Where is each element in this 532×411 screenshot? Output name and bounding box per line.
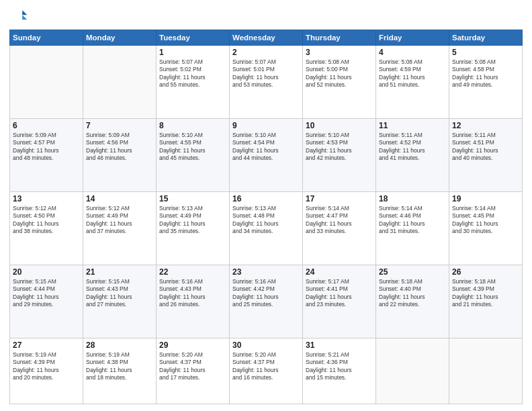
cell-daylight-info: Sunrise: 5:14 AM Sunset: 4:46 PM Dayligh… [379, 205, 446, 236]
logo [9, 7, 31, 26]
cell-daylight-info: Sunrise: 5:11 AM Sunset: 4:52 PM Dayligh… [379, 132, 446, 163]
day-number: 25 [379, 267, 446, 277]
day-number: 22 [159, 267, 226, 277]
cell-daylight-info: Sunrise: 5:14 AM Sunset: 4:45 PM Dayligh… [452, 205, 519, 236]
day-number: 30 [232, 340, 300, 350]
day-number: 31 [306, 340, 373, 350]
calendar-cell: 19Sunrise: 5:14 AM Sunset: 4:45 PM Dayli… [449, 191, 523, 265]
cell-daylight-info: Sunrise: 5:10 AM Sunset: 4:53 PM Dayligh… [306, 132, 373, 163]
calendar-cell: 2Sunrise: 5:07 AM Sunset: 5:01 PM Daylig… [230, 46, 303, 119]
calendar-cell [449, 338, 523, 404]
calendar-cell: 7Sunrise: 5:09 AM Sunset: 4:56 PM Daylig… [83, 118, 157, 191]
cell-daylight-info: Sunrise: 5:21 AM Sunset: 4:36 PM Dayligh… [306, 351, 373, 382]
day-number: 28 [86, 340, 153, 350]
day-number: 27 [13, 340, 80, 350]
cell-daylight-info: Sunrise: 5:13 AM Sunset: 4:48 PM Dayligh… [232, 205, 300, 236]
cell-daylight-info: Sunrise: 5:20 AM Sunset: 4:37 PM Dayligh… [159, 351, 226, 382]
calendar-cell: 30Sunrise: 5:20 AM Sunset: 4:37 PM Dayli… [230, 338, 303, 404]
calendar-cell: 20Sunrise: 5:15 AM Sunset: 4:44 PM Dayli… [10, 265, 83, 338]
cell-daylight-info: Sunrise: 5:09 AM Sunset: 4:56 PM Dayligh… [86, 132, 153, 163]
day-number: 10 [306, 121, 373, 130]
calendar-cell: 18Sunrise: 5:14 AM Sunset: 4:46 PM Dayli… [376, 191, 449, 265]
calendar-cell: 10Sunrise: 5:10 AM Sunset: 4:53 PM Dayli… [303, 118, 376, 191]
calendar-cell: 23Sunrise: 5:16 AM Sunset: 4:42 PM Dayli… [230, 265, 303, 338]
calendar-week-row: 13Sunrise: 5:12 AM Sunset: 4:50 PM Dayli… [10, 191, 523, 265]
day-header: Sunday [10, 30, 83, 46]
calendar-week-row: 20Sunrise: 5:15 AM Sunset: 4:44 PM Dayli… [10, 265, 523, 338]
day-number: 19 [452, 194, 519, 203]
svg-marker-1 [22, 15, 27, 19]
cell-daylight-info: Sunrise: 5:20 AM Sunset: 4:37 PM Dayligh… [232, 351, 300, 382]
day-number: 3 [306, 48, 373, 57]
cell-daylight-info: Sunrise: 5:13 AM Sunset: 4:49 PM Dayligh… [159, 205, 226, 236]
calendar-cell: 6Sunrise: 5:09 AM Sunset: 4:57 PM Daylig… [10, 118, 83, 191]
calendar-cell: 25Sunrise: 5:18 AM Sunset: 4:40 PM Dayli… [376, 265, 449, 338]
calendar-week-row: 6Sunrise: 5:09 AM Sunset: 4:57 PM Daylig… [10, 118, 523, 191]
day-number: 7 [86, 121, 153, 130]
cell-daylight-info: Sunrise: 5:14 AM Sunset: 4:47 PM Dayligh… [306, 205, 373, 236]
cell-daylight-info: Sunrise: 5:16 AM Sunset: 4:42 PM Dayligh… [232, 278, 300, 309]
day-number: 5 [452, 48, 519, 57]
calendar-cell: 27Sunrise: 5:19 AM Sunset: 4:39 PM Dayli… [10, 338, 83, 404]
cell-daylight-info: Sunrise: 5:08 AM Sunset: 4:58 PM Dayligh… [452, 58, 519, 89]
cell-daylight-info: Sunrise: 5:18 AM Sunset: 4:40 PM Dayligh… [379, 278, 446, 309]
svg-marker-0 [22, 10, 27, 15]
day-header: Friday [376, 30, 449, 46]
cell-daylight-info: Sunrise: 5:18 AM Sunset: 4:39 PM Dayligh… [452, 278, 519, 309]
cell-daylight-info: Sunrise: 5:15 AM Sunset: 4:43 PM Dayligh… [86, 278, 153, 309]
calendar-cell: 13Sunrise: 5:12 AM Sunset: 4:50 PM Dayli… [10, 191, 83, 265]
calendar-week-row: 1Sunrise: 5:07 AM Sunset: 5:02 PM Daylig… [10, 46, 523, 119]
day-number: 17 [306, 194, 373, 203]
day-number: 20 [13, 267, 80, 277]
cell-daylight-info: Sunrise: 5:08 AM Sunset: 5:00 PM Dayligh… [306, 58, 373, 89]
day-number: 23 [232, 267, 300, 277]
cell-daylight-info: Sunrise: 5:12 AM Sunset: 4:50 PM Dayligh… [13, 205, 80, 236]
calendar-cell: 9Sunrise: 5:10 AM Sunset: 4:54 PM Daylig… [230, 118, 303, 191]
cell-daylight-info: Sunrise: 5:19 AM Sunset: 4:38 PM Dayligh… [86, 351, 153, 382]
calendar-cell: 8Sunrise: 5:10 AM Sunset: 4:55 PM Daylig… [157, 118, 230, 191]
cell-daylight-info: Sunrise: 5:08 AM Sunset: 4:59 PM Dayligh… [379, 58, 446, 89]
day-number: 18 [379, 194, 446, 203]
calendar-cell: 11Sunrise: 5:11 AM Sunset: 4:52 PM Dayli… [376, 118, 449, 191]
calendar-cell: 14Sunrise: 5:12 AM Sunset: 4:49 PM Dayli… [83, 191, 157, 265]
calendar-cell: 1Sunrise: 5:07 AM Sunset: 5:02 PM Daylig… [157, 46, 230, 119]
cell-daylight-info: Sunrise: 5:17 AM Sunset: 4:41 PM Dayligh… [306, 278, 373, 309]
cell-daylight-info: Sunrise: 5:09 AM Sunset: 4:57 PM Dayligh… [13, 132, 80, 163]
day-number: 16 [232, 194, 300, 203]
day-number: 8 [159, 121, 226, 130]
calendar-cell: 31Sunrise: 5:21 AM Sunset: 4:36 PM Dayli… [303, 338, 376, 404]
day-header: Tuesday [157, 30, 230, 46]
calendar-cell: 29Sunrise: 5:20 AM Sunset: 4:37 PM Dayli… [157, 338, 230, 404]
day-number: 9 [232, 121, 300, 130]
calendar-cell: 5Sunrise: 5:08 AM Sunset: 4:58 PM Daylig… [449, 46, 523, 119]
logo-icon [9, 7, 28, 26]
day-number: 2 [232, 48, 300, 57]
calendar-cell: 24Sunrise: 5:17 AM Sunset: 4:41 PM Dayli… [303, 265, 376, 338]
day-number: 1 [159, 48, 226, 57]
day-header: Monday [83, 30, 157, 46]
day-number: 21 [86, 267, 153, 277]
day-number: 14 [86, 194, 153, 203]
day-number: 13 [13, 194, 80, 203]
cell-daylight-info: Sunrise: 5:07 AM Sunset: 5:02 PM Dayligh… [159, 58, 226, 89]
calendar-cell: 17Sunrise: 5:14 AM Sunset: 4:47 PM Dayli… [303, 191, 376, 265]
calendar-table: SundayMondayTuesdayWednesdayThursdayFrid… [9, 30, 523, 404]
calendar-week-row: 27Sunrise: 5:19 AM Sunset: 4:39 PM Dayli… [10, 338, 523, 404]
cell-daylight-info: Sunrise: 5:10 AM Sunset: 4:55 PM Dayligh… [159, 132, 226, 163]
calendar-cell: 12Sunrise: 5:11 AM Sunset: 4:51 PM Dayli… [449, 118, 523, 191]
calendar-cell: 15Sunrise: 5:13 AM Sunset: 4:49 PM Dayli… [157, 191, 230, 265]
day-number: 29 [159, 340, 226, 350]
day-header: Wednesday [230, 30, 303, 46]
cell-daylight-info: Sunrise: 5:11 AM Sunset: 4:51 PM Dayligh… [452, 132, 519, 163]
calendar-cell: 22Sunrise: 5:16 AM Sunset: 4:43 PM Dayli… [157, 265, 230, 338]
day-number: 26 [452, 267, 519, 277]
cell-daylight-info: Sunrise: 5:07 AM Sunset: 5:01 PM Dayligh… [232, 58, 300, 89]
day-number: 11 [379, 121, 446, 130]
day-number: 12 [452, 121, 519, 130]
calendar-cell: 26Sunrise: 5:18 AM Sunset: 4:39 PM Dayli… [449, 265, 523, 338]
cell-daylight-info: Sunrise: 5:19 AM Sunset: 4:39 PM Dayligh… [13, 351, 80, 382]
cell-daylight-info: Sunrise: 5:10 AM Sunset: 4:54 PM Dayligh… [232, 132, 300, 163]
calendar-cell [10, 46, 83, 119]
calendar-cell: 28Sunrise: 5:19 AM Sunset: 4:38 PM Dayli… [83, 338, 157, 404]
calendar-cell [83, 46, 157, 119]
